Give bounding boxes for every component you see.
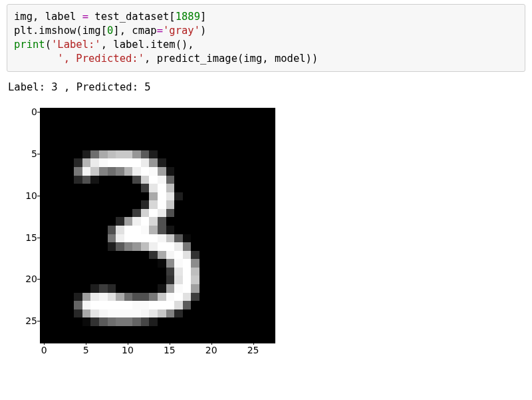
code-line-2: plt.imshow(img[0], cmap='gray') xyxy=(14,25,206,37)
output-stdout: Label: 3 , Predicted: 5 xyxy=(7,72,525,95)
plot-axes xyxy=(40,108,275,343)
matplotlib-figure: 05101520250510152025 xyxy=(8,104,294,390)
x-tick-label: 15 xyxy=(164,345,176,355)
x-tick-label: 5 xyxy=(83,345,89,355)
y-tick-label: 10 xyxy=(8,191,37,200)
x-tick-label: 25 xyxy=(247,345,259,355)
code-line-3: print('Label:', label.item(), xyxy=(14,39,194,51)
x-tick-label: 10 xyxy=(122,345,134,355)
code-line-4: ', Predicted:', predict_image(img, model… xyxy=(14,53,318,65)
y-tick-label: 20 xyxy=(8,274,37,284)
x-tick-label: 0 xyxy=(41,345,47,355)
x-tick-label: 20 xyxy=(205,345,217,355)
code-input-cell: img, label = test_dataset[1889] plt.imsh… xyxy=(7,4,525,72)
mnist-image xyxy=(41,108,275,343)
y-tick-label: 15 xyxy=(8,233,37,242)
notebook-cell-container: img, label = test_dataset[1889] plt.imsh… xyxy=(0,0,532,397)
y-tick-label: 5 xyxy=(8,149,37,158)
y-tick-label: 25 xyxy=(8,316,37,325)
code-line-1: img, label = test_dataset[1889] xyxy=(14,11,206,23)
y-tick-label: 0 xyxy=(8,107,37,116)
